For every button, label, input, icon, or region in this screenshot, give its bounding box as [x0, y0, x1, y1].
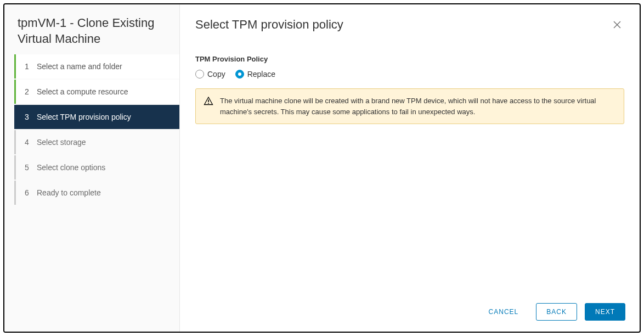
tpm-policy-radio-group: Copy Replace: [195, 70, 624, 79]
radio-indicator: [195, 70, 204, 79]
step-number: 1: [25, 62, 37, 71]
clone-vm-wizard-modal: tpmVM-1 - Clone Existing Virtual Machine…: [3, 3, 641, 333]
step-2-compute-resource[interactable]: 2 Select a compute resource: [14, 80, 179, 104]
step-label: Select clone options: [37, 163, 171, 172]
step-number: 6: [25, 188, 37, 197]
step-5-clone-options[interactable]: 5 Select clone options: [14, 155, 179, 180]
step-label: Select TPM provision policy: [37, 113, 171, 121]
step-number: 4: [25, 138, 37, 147]
section-heading: TPM Provision Policy: [195, 55, 624, 63]
next-button[interactable]: NEXT: [585, 303, 625, 321]
main-header: Select TPM provision policy: [180, 4, 640, 37]
step-number: 5: [25, 163, 37, 172]
page-title: Select TPM provision policy: [195, 18, 343, 32]
radio-label: Copy: [207, 70, 225, 79]
wizard-steps: 1 Select a name and folder 2 Select a co…: [4, 54, 179, 206]
step-6-ready[interactable]: 6 Ready to complete: [14, 181, 179, 205]
step-3-tpm-policy[interactable]: 3 Select TPM provision policy: [14, 105, 179, 129]
radio-option-copy[interactable]: Copy: [195, 70, 225, 79]
main-content: TPM Provision Policy Copy Replace: [180, 37, 640, 295]
close-icon: [612, 20, 622, 30]
step-label: Ready to complete: [37, 188, 171, 197]
back-button[interactable]: BACK: [536, 303, 577, 321]
step-label: Select a name and folder: [37, 62, 171, 71]
alert-text: The virtual machine clone will be create…: [220, 96, 616, 117]
svg-point-3: [208, 103, 209, 104]
wizard-footer: CANCEL BACK NEXT: [180, 295, 640, 332]
step-label: Select a compute resource: [37, 87, 171, 96]
wizard-sidebar: tpmVM-1 - Clone Existing Virtual Machine…: [4, 4, 180, 332]
step-number: 2: [25, 87, 37, 96]
warning-alert: The virtual machine clone will be create…: [195, 88, 624, 124]
warning-icon: [204, 96, 213, 117]
radio-indicator-selected: [235, 70, 244, 79]
radio-option-replace[interactable]: Replace: [235, 70, 275, 79]
step-number: 3: [25, 113, 37, 121]
step-4-storage[interactable]: 4 Select storage: [14, 130, 179, 154]
wizard-title: tpmVM-1 - Clone Existing Virtual Machine: [4, 15, 179, 54]
radio-label: Replace: [247, 70, 275, 79]
cancel-button[interactable]: CANCEL: [479, 304, 529, 320]
step-label: Select storage: [37, 138, 171, 147]
step-1-name-folder[interactable]: 1 Select a name and folder: [14, 54, 179, 79]
wizard-main-panel: Select TPM provision policy TPM Provisio…: [180, 4, 640, 332]
close-button[interactable]: [610, 18, 624, 32]
